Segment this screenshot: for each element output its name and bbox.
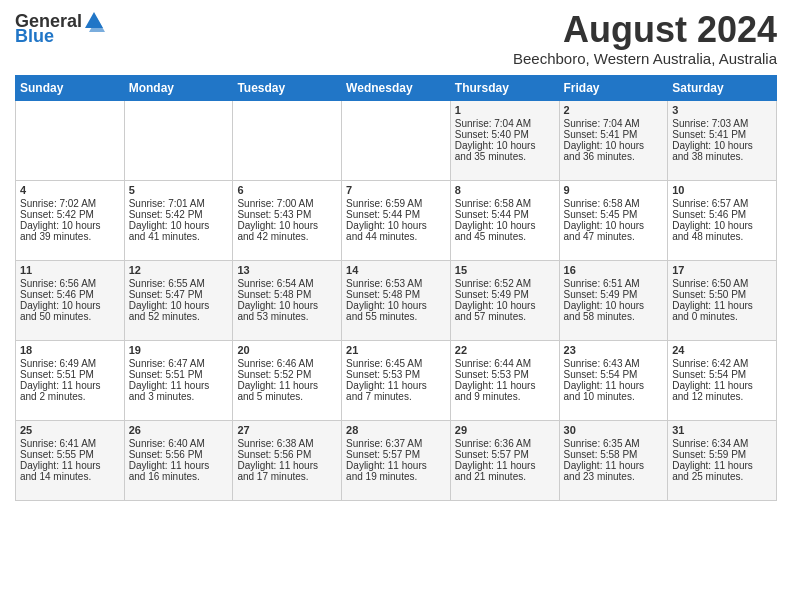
calendar-week-5: 25Sunrise: 6:41 AMSunset: 5:55 PMDayligh… [16, 420, 777, 500]
day-info: and 42 minutes. [237, 231, 337, 242]
calendar-cell: 3Sunrise: 7:03 AMSunset: 5:41 PMDaylight… [668, 100, 777, 180]
day-info: Daylight: 11 hours [20, 380, 120, 391]
day-info: Sunset: 5:55 PM [20, 449, 120, 460]
day-number: 5 [129, 184, 229, 196]
day-number: 21 [346, 344, 446, 356]
day-info: Daylight: 10 hours [129, 300, 229, 311]
day-number: 31 [672, 424, 772, 436]
day-info: Daylight: 10 hours [455, 220, 555, 231]
day-info: Sunset: 5:51 PM [129, 369, 229, 380]
day-number: 27 [237, 424, 337, 436]
day-info: Sunrise: 6:59 AM [346, 198, 446, 209]
day-info: Sunrise: 6:34 AM [672, 438, 772, 449]
day-info: Sunset: 5:40 PM [455, 129, 555, 140]
day-header-wednesday: Wednesday [342, 75, 451, 100]
day-info: Sunrise: 6:55 AM [129, 278, 229, 289]
day-info: Sunrise: 6:51 AM [564, 278, 664, 289]
day-info: Sunrise: 7:00 AM [237, 198, 337, 209]
day-info: Daylight: 10 hours [129, 220, 229, 231]
day-info: and 21 minutes. [455, 471, 555, 482]
calendar-cell: 24Sunrise: 6:42 AMSunset: 5:54 PMDayligh… [668, 340, 777, 420]
day-info: Sunset: 5:48 PM [237, 289, 337, 300]
day-number: 26 [129, 424, 229, 436]
day-info: Daylight: 11 hours [455, 460, 555, 471]
day-info: Sunrise: 6:35 AM [564, 438, 664, 449]
calendar-cell: 9Sunrise: 6:58 AMSunset: 5:45 PMDaylight… [559, 180, 668, 260]
day-info: and 45 minutes. [455, 231, 555, 242]
day-info: Sunset: 5:56 PM [129, 449, 229, 460]
day-info: and 25 minutes. [672, 471, 772, 482]
day-number: 12 [129, 264, 229, 276]
calendar-cell: 22Sunrise: 6:44 AMSunset: 5:53 PMDayligh… [450, 340, 559, 420]
calendar-cell: 27Sunrise: 6:38 AMSunset: 5:56 PMDayligh… [233, 420, 342, 500]
day-info: Daylight: 10 hours [564, 220, 664, 231]
day-header-sunday: Sunday [16, 75, 125, 100]
day-info: Daylight: 11 hours [672, 380, 772, 391]
day-info: Sunrise: 7:01 AM [129, 198, 229, 209]
logo-icon [83, 10, 105, 32]
day-info: and 41 minutes. [129, 231, 229, 242]
calendar-cell: 13Sunrise: 6:54 AMSunset: 5:48 PMDayligh… [233, 260, 342, 340]
day-info: Sunset: 5:51 PM [20, 369, 120, 380]
day-info: Sunrise: 6:40 AM [129, 438, 229, 449]
day-info: Sunset: 5:41 PM [672, 129, 772, 140]
day-info: Daylight: 11 hours [672, 300, 772, 311]
day-info: Sunrise: 6:57 AM [672, 198, 772, 209]
day-info: Daylight: 10 hours [20, 300, 120, 311]
day-info: and 38 minutes. [672, 151, 772, 162]
calendar-cell: 17Sunrise: 6:50 AMSunset: 5:50 PMDayligh… [668, 260, 777, 340]
day-number: 6 [237, 184, 337, 196]
day-number: 1 [455, 104, 555, 116]
day-info: Daylight: 10 hours [346, 300, 446, 311]
day-info: Sunset: 5:57 PM [346, 449, 446, 460]
calendar-cell: 15Sunrise: 6:52 AMSunset: 5:49 PMDayligh… [450, 260, 559, 340]
calendar-table: SundayMondayTuesdayWednesdayThursdayFrid… [15, 75, 777, 501]
day-number: 19 [129, 344, 229, 356]
day-number: 23 [564, 344, 664, 356]
day-info: Sunrise: 6:45 AM [346, 358, 446, 369]
day-info: Daylight: 11 hours [20, 460, 120, 471]
day-info: Sunrise: 6:38 AM [237, 438, 337, 449]
day-header-monday: Monday [124, 75, 233, 100]
day-info: Sunset: 5:41 PM [564, 129, 664, 140]
day-info: Sunset: 5:59 PM [672, 449, 772, 460]
calendar-cell: 18Sunrise: 6:49 AMSunset: 5:51 PMDayligh… [16, 340, 125, 420]
day-info: and 12 minutes. [672, 391, 772, 402]
day-number: 17 [672, 264, 772, 276]
day-number: 29 [455, 424, 555, 436]
day-info: and 2 minutes. [20, 391, 120, 402]
calendar-cell: 6Sunrise: 7:00 AMSunset: 5:43 PMDaylight… [233, 180, 342, 260]
day-number: 14 [346, 264, 446, 276]
calendar-week-4: 18Sunrise: 6:49 AMSunset: 5:51 PMDayligh… [16, 340, 777, 420]
day-info: Daylight: 10 hours [564, 140, 664, 151]
day-info: and 16 minutes. [129, 471, 229, 482]
day-info: Daylight: 10 hours [20, 220, 120, 231]
day-info: Sunrise: 6:52 AM [455, 278, 555, 289]
day-number: 10 [672, 184, 772, 196]
calendar-cell: 4Sunrise: 7:02 AMSunset: 5:42 PMDaylight… [16, 180, 125, 260]
calendar-cell: 14Sunrise: 6:53 AMSunset: 5:48 PMDayligh… [342, 260, 451, 340]
day-info: Sunrise: 6:46 AM [237, 358, 337, 369]
day-number: 9 [564, 184, 664, 196]
day-info: Sunset: 5:44 PM [455, 209, 555, 220]
calendar-cell [342, 100, 451, 180]
day-info: and 53 minutes. [237, 311, 337, 322]
day-info: Sunrise: 7:03 AM [672, 118, 772, 129]
day-number: 30 [564, 424, 664, 436]
day-number: 7 [346, 184, 446, 196]
day-info: Sunset: 5:49 PM [564, 289, 664, 300]
day-info: Sunset: 5:47 PM [129, 289, 229, 300]
day-info: Sunrise: 6:37 AM [346, 438, 446, 449]
day-info: and 0 minutes. [672, 311, 772, 322]
day-info: Daylight: 10 hours [564, 300, 664, 311]
day-number: 22 [455, 344, 555, 356]
day-number: 3 [672, 104, 772, 116]
day-info: and 35 minutes. [455, 151, 555, 162]
day-info: and 36 minutes. [564, 151, 664, 162]
day-number: 4 [20, 184, 120, 196]
day-info: Sunrise: 6:44 AM [455, 358, 555, 369]
day-info: and 50 minutes. [20, 311, 120, 322]
calendar-cell [16, 100, 125, 180]
day-info: Sunset: 5:53 PM [346, 369, 446, 380]
day-info: Daylight: 11 hours [237, 380, 337, 391]
